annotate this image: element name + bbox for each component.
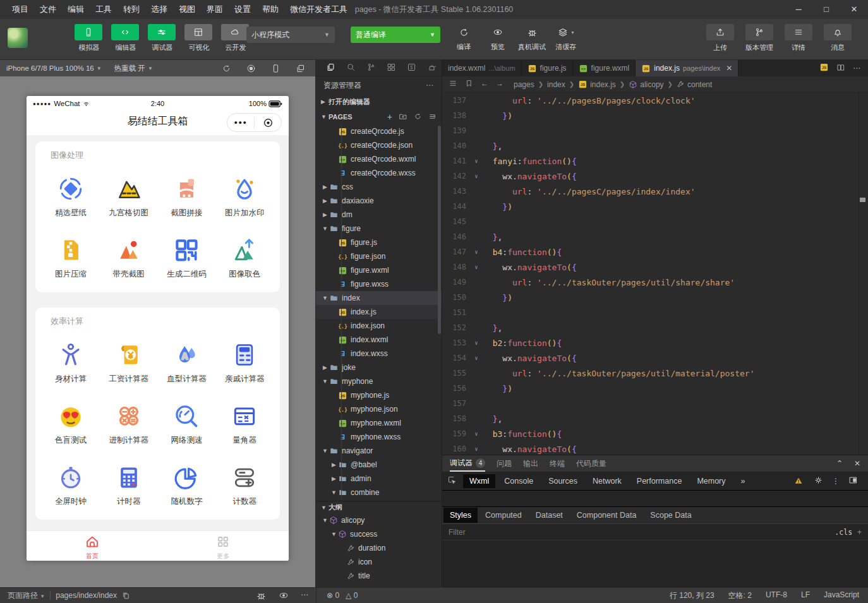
more-horizontal-icon[interactable]: ⋯	[301, 590, 308, 601]
new-file-plus-button[interactable]: +	[387, 112, 392, 122]
app-item-counter[interactable]: 计数器	[215, 462, 274, 507]
devtools-tab-Wxml[interactable]: Wxml	[463, 474, 495, 488]
编译-button[interactable]: 编译	[450, 25, 478, 52]
tree-item-myphone.json[interactable]: {.} myphone.json	[316, 402, 442, 416]
editor-tab-index.wxml[interactable]: index.wxml ...\album	[442, 60, 522, 76]
tree-item-@babel[interactable]: ▶ @babel	[316, 458, 442, 472]
menu-item[interactable]: 选择	[145, 4, 173, 15]
tree-item-myphone.wxss[interactable]: Ǝ myphone.wxss	[316, 430, 442, 444]
more-horizontal-icon[interactable]: ⋯	[853, 64, 860, 73]
app-item-salary-calc[interactable]: 工资计算器	[100, 340, 158, 385]
outline-section[interactable]: ▼ 大纲	[316, 501, 442, 513]
devtools-tab-Network[interactable]: Network	[586, 474, 628, 488]
code-editor[interactable]: 137 url: '../../pagesB/pages/clock/clock…	[442, 93, 868, 455]
avatar[interactable]	[8, 28, 28, 48]
capsule-more-button[interactable]: ●●●	[227, 119, 254, 126]
explorer-scrollbar[interactable]	[438, 126, 441, 334]
fold-chevron-icon[interactable]: ∨	[470, 249, 483, 255]
真机调试-button[interactable]: 真机调试	[518, 25, 546, 52]
cls-toggle[interactable]: .cls	[835, 528, 852, 537]
menu-item[interactable]: 编辑	[62, 4, 90, 15]
menu-item[interactable]: 微信开发者工具	[284, 4, 353, 15]
menu-item[interactable]: 帮助	[256, 4, 284, 15]
cursor-position[interactable]: 行 120, 列 23	[670, 590, 714, 601]
eol-setting[interactable]: LF	[801, 590, 810, 601]
tree-item-combine[interactable]: ▼ combine	[316, 486, 442, 499]
app-item-colorblind-test[interactable]: 色盲测试	[42, 401, 100, 446]
tree-item-navigator[interactable]: ▼ navigator	[316, 444, 442, 458]
tree-item-duration[interactable]: duration	[316, 541, 442, 555]
styles-tab-Styles[interactable]: Styles	[443, 508, 478, 523]
app-item-blood-calc[interactable]: A 血型计算器	[158, 340, 216, 385]
清缓存-button[interactable]: ▼ 清缓存	[552, 25, 580, 52]
styles-filter-input[interactable]	[449, 528, 575, 537]
nav-back-button[interactable]: ←	[481, 79, 488, 90]
编辑器-button[interactable]: 编辑器	[111, 24, 140, 52]
tree-item-daxiaoxie[interactable]: ▶ daxiaoxie	[316, 194, 442, 208]
pages-root-section[interactable]: ▼ PAGES +	[316, 109, 442, 124]
app-item-random-number[interactable]: 随机数字	[158, 462, 216, 507]
debugger-tab-代码质量[interactable]: 代码质量	[576, 455, 606, 472]
app-item-collage[interactable]: 截图拼接	[158, 174, 216, 218]
menu-item[interactable]: 项目	[6, 4, 34, 15]
devtools-tab-Performance[interactable]: Performance	[630, 474, 689, 488]
tree-item-icon[interactable]: icon	[316, 555, 442, 569]
copy-icon[interactable]	[122, 592, 130, 600]
device-select[interactable]: iPhone 6/7/8 Plus 100% 16 ▼	[0, 64, 108, 72]
styles-tab-Component-Data[interactable]: Component Data	[570, 508, 643, 523]
nav-forward-button[interactable]: →	[496, 79, 503, 90]
调试器-button[interactable]: 调试器	[148, 24, 177, 52]
app-item-net-speed[interactable]: 网络测速	[158, 401, 216, 446]
activity-extensions[interactable]	[387, 63, 396, 74]
breadcrumb-item[interactable]: alicopy	[629, 80, 663, 89]
close-panel-button[interactable]: ✕	[854, 459, 860, 468]
overview-ruler-marker[interactable]	[860, 198, 865, 202]
debugger-tab-终端[interactable]: 终端	[550, 455, 565, 472]
tree-item-admin[interactable]: ▶ admin	[316, 472, 442, 486]
editor-tab-index.js[interactable]: JSindex.js pages\index ✕	[636, 60, 738, 76]
fold-chevron-icon[interactable]: ∨	[470, 264, 483, 270]
devtools-tab-Sources[interactable]: Sources	[542, 474, 584, 488]
collapse-all-button[interactable]	[428, 112, 437, 122]
tree-item-index.js[interactable]: JS index.js	[316, 305, 442, 319]
app-item-fullscreen-clock[interactable]: 全屏时钟	[42, 462, 100, 507]
app-item-base-calc[interactable]: 进制计算器	[100, 401, 158, 446]
devtools-tab-Memory[interactable]: Memory	[690, 474, 732, 488]
tree-item-createQrcode.wxml[interactable]: <> createQrcode.wxml	[316, 152, 442, 166]
tree-item-index.wxml[interactable]: <> index.wxml	[316, 333, 442, 347]
devtools-settings-button[interactable]	[814, 475, 823, 487]
inspect-element-button[interactable]	[447, 475, 457, 487]
sim-multiwindow-icon[interactable]	[296, 64, 305, 73]
new-folder-button[interactable]	[399, 112, 407, 122]
menu-item[interactable]: 视图	[173, 4, 201, 15]
版本管理-button[interactable]: 版本管理	[744, 24, 775, 52]
activity-source-control[interactable]	[366, 63, 376, 74]
tree-item-title[interactable]: title	[316, 569, 442, 583]
more-vertical-icon[interactable]: ⋮	[832, 477, 840, 486]
warnings-indicator[interactable]	[794, 477, 805, 485]
problems-summary[interactable]: ⊗ 0 △ 0	[316, 588, 442, 603]
breadcrumb-item[interactable]: index	[547, 80, 565, 89]
encoding-setting[interactable]: UTF-8	[766, 590, 787, 601]
editor-tab-figure.js[interactable]: JSfigure.js	[522, 60, 573, 76]
tree-item-figure[interactable]: ▼ figure	[316, 222, 442, 236]
tree-item-figure.wxml[interactable]: <> figure.wxml	[316, 263, 442, 277]
breadcrumb-item[interactable]: content	[677, 80, 712, 89]
close-tab-icon[interactable]: ✕	[726, 64, 732, 73]
app-item-grid-cut[interactable]: 九宫格切图	[100, 174, 158, 218]
hot-reload-toggle[interactable]: 热重载 开 ▼	[108, 64, 159, 73]
tree-item-alicopy[interactable]: ▼ alicopy	[316, 513, 442, 527]
fold-chevron-icon[interactable]: ∨	[470, 158, 483, 164]
app-item-body-calc[interactable]: 身材计算	[42, 340, 100, 385]
app-item-watermark[interactable]: 图片加水印	[215, 174, 274, 218]
app-item-timer-calc[interactable]: 计时器	[100, 462, 158, 507]
menu-item[interactable]: 工具	[90, 4, 118, 15]
fold-chevron-icon[interactable]: ∨	[470, 446, 483, 452]
sim-refresh-icon[interactable]	[222, 64, 231, 73]
tree-item-figure.json[interactable]: {.} figure.json	[316, 249, 442, 263]
activity-miniprogram-s[interactable]	[407, 63, 416, 74]
indent-setting[interactable]: 空格: 2	[728, 590, 752, 601]
menu-item[interactable]: 转到	[118, 4, 145, 15]
sim-phone-icon[interactable]	[271, 64, 280, 73]
tree-item-figure.js[interactable]: JS figure.js	[316, 236, 442, 249]
